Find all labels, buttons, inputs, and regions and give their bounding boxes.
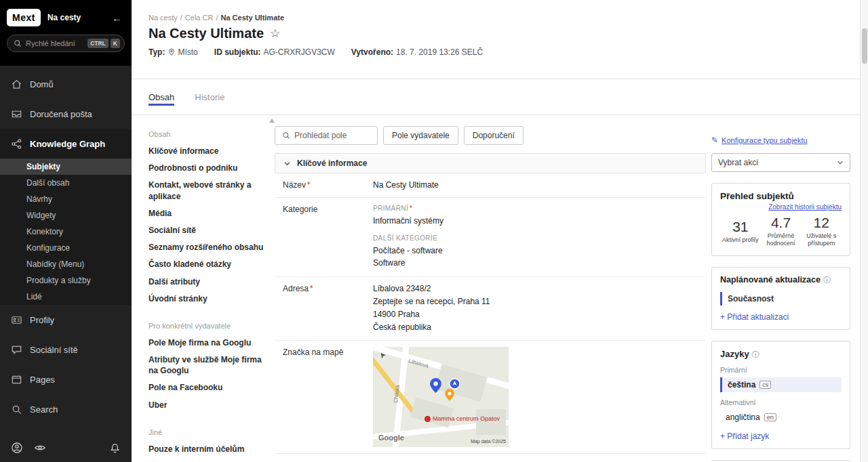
sidebar-menu: Domů Doručená pošta Knowledge Graph Subj… (0, 66, 132, 424)
content-nav-item[interactable]: Atributy ve službě Moje firma na Googlu (149, 354, 265, 376)
chat-bubble-icon (11, 344, 22, 356)
content-nav-item[interactable]: Seznamy rozšířeného obsahu (149, 242, 265, 253)
entity-type-config-link[interactable]: ✎ Konfigurace typu subjektu (711, 135, 850, 145)
language-code-badge[interactable]: cs (760, 381, 771, 389)
sidebar-item-search[interactable]: Search (0, 394, 132, 424)
map-poi: Mamma centrum Opatov (425, 415, 500, 423)
field-search-placeholder: Prohledat pole (294, 131, 347, 140)
sidebar-subitem-konfigurace[interactable]: Konfigurace (0, 240, 132, 256)
sidebar-footer (0, 434, 132, 462)
map-preview[interactable]: Líbalova Chilská Mamma centrum Opatov Go… (373, 347, 509, 447)
content-nav-item[interactable]: Podrobnosti o podniku (149, 163, 265, 173)
app-logo[interactable]: Mext (7, 9, 41, 26)
sidebar-header: Mext Na cesty ← Rychlé hledání CTRL K (0, 0, 132, 66)
quick-search-input[interactable]: Rychlé hledání CTRL K (7, 35, 125, 52)
chevron-down-icon (837, 159, 844, 166)
page-scrollbar-thumb[interactable] (862, 28, 867, 64)
sidebar-item-home[interactable]: Domů (0, 69, 132, 99)
fields-column: Prohledat pole Pole vydavatele Doporučen… (275, 115, 706, 461)
sidebar-subitem-dalsi-obsah[interactable]: Další obsah (0, 175, 132, 191)
sidebar-subitem-subjekty[interactable]: Subjekty (0, 159, 132, 175)
profiles-icon (11, 314, 22, 326)
sidebar-subitem-navrhy[interactable]: Návrhy (0, 191, 132, 207)
sidebar-subitem-nabidky[interactable]: Nabídky (Menu) (0, 256, 132, 272)
content-nav-item[interactable]: Média (149, 208, 265, 219)
field-label: Hlavní telefon (283, 460, 373, 461)
field-row-address[interactable]: Adresa* Líbalova 2348/2 Zeptejte se na r… (275, 277, 706, 341)
page-scrollbar[interactable] (860, 0, 868, 462)
info-icon[interactable]: ⓘ (752, 350, 760, 358)
publisher-fields-button[interactable]: Pole vydavatele (383, 126, 458, 145)
sidebar-subitem-lide[interactable]: Lidé (0, 289, 132, 305)
account-icon[interactable] (11, 442, 23, 454)
sidebar-item-pages[interactable]: Pages (0, 364, 132, 394)
tab-obsah[interactable]: Obsah (149, 79, 174, 114)
content-nav-item[interactable]: Kontakt, webové stránky a aplikace (149, 180, 265, 201)
content-nav-item[interactable]: Uber (149, 400, 265, 411)
notifications-bell-icon[interactable] (109, 442, 121, 454)
category-other-value: Počítače - software (373, 245, 443, 257)
content-nav-item[interactable]: Pole Moje firma na Googlu (149, 337, 265, 348)
breadcrumb-link-folder[interactable]: Cela CR (185, 14, 214, 22)
search-icon (282, 131, 290, 140)
content-nav-item[interactable]: Sociální sítě (149, 225, 265, 236)
map-building (435, 364, 488, 402)
favorite-star-icon[interactable]: ☆ (270, 26, 280, 41)
tab-historie[interactable]: Historie (195, 79, 224, 114)
content-nav-item[interactable]: Často kladené otázky (149, 259, 265, 270)
content-nav-item[interactable]: Pouze k interním účelům (149, 444, 265, 455)
entity-type: Typ: Místo (149, 47, 198, 57)
entity-header: Na cesty/Cela CR/Na Cesty Ultimate Na Ce… (132, 0, 860, 79)
breadcrumb-link-workspace[interactable]: Na cesty (149, 14, 178, 22)
add-update-link[interactable]: + Přidat aktualizaci (720, 312, 842, 322)
google-logo: Google (378, 433, 404, 443)
recommendations-button[interactable]: Doporučení (464, 126, 524, 145)
language-code-badge[interactable]: en (764, 413, 776, 421)
sidebar-item-socialni-site[interactable]: Sociální sítě (0, 335, 132, 364)
field-row-map[interactable]: Značka na mapě Líbalova Chil (275, 341, 706, 454)
alt-language-caption: Alternativní (720, 398, 842, 406)
field-row-phone[interactable]: Hlavní telefon +420 (CZ) 257 102 112 (275, 454, 706, 461)
scheduled-updates-card: Naplánované aktualizaceⓘ Současnost + Př… (711, 267, 850, 330)
map-building (410, 398, 454, 428)
info-icon[interactable]: ⓘ (823, 276, 831, 284)
field-label: Kategorie (283, 204, 373, 270)
content-nav-item[interactable]: Pole na Facebooku (149, 382, 265, 393)
knowledge-graph-icon (11, 138, 22, 150)
map-poi-icon (425, 416, 431, 422)
content-nav-item[interactable]: Klíčové informace (149, 146, 265, 156)
content-nav-scroll-up[interactable] (269, 119, 275, 123)
content-nav-item[interactable]: Další atributy (149, 276, 265, 287)
sidebar-item-profily[interactable]: Profily (0, 305, 132, 335)
collapse-sidebar-icon[interactable]: ← (112, 12, 125, 24)
location-pin-icon (167, 48, 176, 56)
field-search-input[interactable]: Prohledat pole (275, 126, 378, 145)
category-primary-caption: PRIMÁRNÍ* (373, 204, 443, 213)
section-header-key-info[interactable]: Klíčové informace (275, 153, 706, 173)
logo-row: Mext Na cesty ← (7, 9, 125, 26)
content-nav: Obsah Klíčové informace Podrobnosti o po… (132, 115, 275, 461)
alt-language-row[interactable]: angličtina en (720, 410, 842, 425)
field-row-category[interactable]: Kategorie PRIMÁRNÍ* Informační systémy D… (275, 198, 706, 277)
entity-history-link[interactable]: Zobrazit historii subjektu (720, 203, 842, 211)
sidebar-item-label: Profily (30, 315, 54, 325)
primary-language-row[interactable]: čeština cs (720, 377, 842, 392)
category-primary-value: Informační systémy (373, 215, 443, 227)
sidebar-subitem-produkty[interactable]: Produkty a služby (0, 272, 132, 289)
sidebar-subitem-widgety[interactable]: Widgety (0, 207, 132, 224)
privacy-icon[interactable] (34, 442, 46, 454)
sidebar-item-knowledge-graph[interactable]: Knowledge Graph (0, 129, 132, 159)
updates-current[interactable]: Současnost (720, 292, 842, 306)
add-language-link[interactable]: + Přidat jazyk (720, 432, 842, 441)
home-icon (11, 79, 22, 90)
field-row-name[interactable]: Název* Na Cesty Ultimate (275, 173, 706, 198)
sidebar-item-inbox[interactable]: Doručená pošta (0, 99, 132, 129)
content-area: Obsah Klíčové informace Podrobnosti o po… (132, 115, 860, 461)
field-label: Značka na mapě (283, 347, 373, 447)
sidebar-subitem-konektory[interactable]: Konektory (0, 224, 132, 240)
content-nav-item[interactable]: Úvodní stránky (149, 293, 265, 304)
sidebar-item-label: Domů (30, 79, 54, 89)
map-pin-blue-icon (430, 378, 441, 393)
action-select[interactable]: Vybrat akci (711, 153, 850, 172)
pencil-icon: ✎ (711, 135, 718, 145)
